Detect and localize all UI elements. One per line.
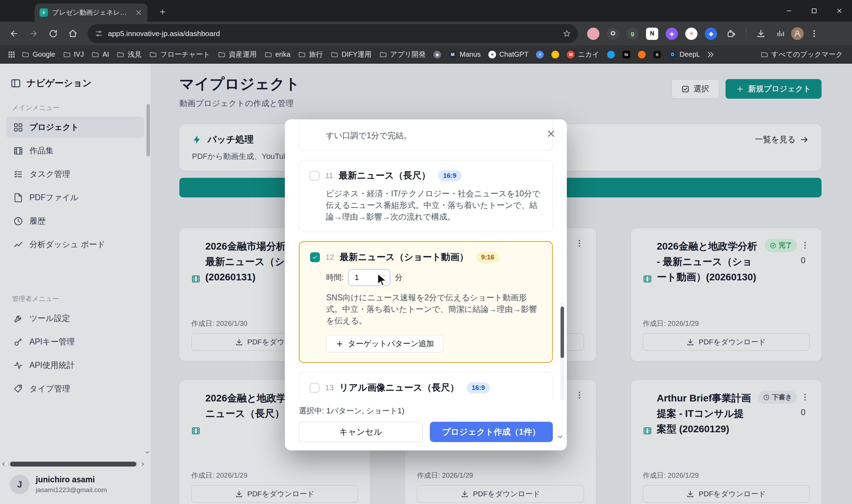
modal-close-button[interactable] [546,128,556,139]
pattern-title: 最新ニュース（長尺） [339,169,431,182]
bookmark-item[interactable]: 資産運用 [214,48,260,61]
window-maximize-button[interactable] [802,0,827,22]
bookmark-item[interactable]: n [650,49,665,60]
extension-icon[interactable]: O [607,28,619,40]
titlebar: プレゼン動画ジェネレーター [0,0,852,22]
site-favicon: ⌂ [551,51,559,58]
bookmarks-bar: Google IVJ AI 浅見 フローチャート 資産運用 erika 旅行 D… [0,46,852,64]
folder-icon [298,51,306,58]
bookmark-item[interactable]: 旅行 [295,48,327,61]
duration-input[interactable]: 1 [349,270,390,286]
home-button[interactable] [64,24,82,43]
bookmark-item[interactable]: tv [619,49,634,60]
folder-icon [117,51,124,58]
pattern-item-10-partial[interactable]: すい口調で1分で完結。 [299,119,553,151]
bookmark-star-icon[interactable] [563,29,571,38]
bookmark-label: IVJ [74,50,84,58]
page: ナビゲーション メインメニュープロジェクト作品集タスク管理PDFファイル履歴分析… [0,64,852,504]
extension-icons: OgN◈✳◆ [587,28,717,40]
bookmark-item[interactable]: IVJ [60,49,88,60]
extension-icon[interactable]: ◆ [705,28,717,40]
extensions-puzzle-icon[interactable] [722,24,740,43]
extension-icon[interactable]: g [626,28,639,40]
new-tab-button[interactable] [156,6,169,18]
back-button[interactable] [5,24,23,43]
pattern-item-13[interactable]: 13 リアル画像ニュース（長尺） 16:9 [299,372,553,400]
pattern-checkbox[interactable] [310,383,320,393]
bookmark-item[interactable]: アプリ開発 [376,48,429,61]
duration-unit: 分 [395,272,403,283]
bookmark-item[interactable]: erika [261,49,294,60]
tab-close-icon[interactable] [135,9,143,16]
modal-scroll-down-icon[interactable] [556,433,564,441]
site-favicon: tv [623,51,630,58]
bookmark-label: ChatGPT [499,50,528,58]
address-bar[interactable]: app5.innovative-jp.asia/dashboard [88,24,578,43]
duration-value[interactable]: 1 [349,273,382,282]
site-favicon: M [567,51,575,58]
bookmark-item[interactable]: M ニカイ [563,48,603,61]
extension-icon[interactable]: ◈ [666,28,678,40]
bookmark-item[interactable]: 浅見 [113,48,145,61]
stepper-down-icon[interactable] [382,278,387,282]
stepper-up-icon[interactable] [382,273,387,278]
bookmark-item[interactable]: ◉ [430,49,445,60]
bookmark-item[interactable]: フローチャート [146,48,213,61]
pattern-checkbox[interactable] [310,171,320,181]
bookmark-item[interactable]: M Manus [445,49,484,60]
folder-icon [218,51,226,58]
extension-icon[interactable]: N [646,28,658,40]
menu-kebab-icon[interactable] [805,24,823,43]
window-close-button[interactable] [827,0,852,22]
bookmark-item[interactable]: ✳ ChatGPT [485,49,532,60]
extension-icon[interactable] [587,28,599,40]
site-settings-icon[interactable] [95,29,103,38]
folder-icon [379,51,387,58]
folder-icon [761,51,768,58]
cancel-button[interactable]: キャンセル [299,422,423,442]
media-controls-icon[interactable] [771,24,790,43]
bookmark-item[interactable]: DIFY運用 [327,48,375,61]
bookmark-label: Google [33,50,55,58]
pattern-description: ビジネス・経済・IT/テクノロジー・社会ニュースを10分で伝えるニュース番組形式… [326,188,542,223]
bookmark-item[interactable]: ✦ [532,49,547,60]
bookmark-item[interactable] [634,49,649,60]
selection-summary: 選択中: 1パターン, ショート1) [299,406,553,416]
site-favicon: ✦ [536,51,544,58]
all-bookmarks-label: すべてのブックマーク [771,50,843,59]
profile-avatar[interactable] [791,27,804,40]
pattern-checkbox-checked[interactable] [310,252,320,262]
forward-button[interactable] [25,24,43,43]
modal-scrollbar-thumb[interactable] [561,307,564,358]
url-text[interactable]: app5.innovative-jp.asia/dashboard [108,29,558,38]
extension-icon[interactable]: ✳ [685,28,698,40]
all-bookmarks-button[interactable]: すべてのブックマーク [757,48,846,61]
browser-tab[interactable]: プレゼン動画ジェネレーター [35,4,147,22]
bookmark-item[interactable]: D DeepL [665,49,704,60]
bookmark-item[interactable] [604,49,618,60]
tab-favicon [40,8,48,17]
tab-title: プレゼン動画ジェネレーター [52,8,131,17]
bookmark-label: erika [275,50,290,58]
bookmarks-list: Google IVJ AI 浅見 フローチャート 資産運用 erika 旅行 D… [18,48,704,61]
window-minimize-button[interactable] [776,0,802,22]
pattern-partial-text: すい口調で1分で完結。 [326,130,542,141]
pattern-title: 最新ニュース（ショート動画） [339,251,468,263]
toolbar-divider [746,28,746,39]
downloads-icon[interactable] [752,24,770,43]
window-controls [776,0,852,22]
folder-icon [149,51,157,58]
create-project-button[interactable]: プロジェクト作成（1件） [430,422,553,442]
duration-stepper[interactable] [382,273,390,282]
add-target-pattern-button[interactable]: ターゲットパターン追加 [326,335,444,352]
bookmark-item[interactable]: Google [18,49,59,60]
bookmark-item[interactable]: AI [88,49,112,60]
apps-grid-icon[interactable] [6,49,18,61]
bookmark-item[interactable]: ⌂ [548,49,563,60]
pattern-item-11[interactable]: 11 最新ニュース（長尺） 16:9 ビジネス・経済・IT/テクノロジー・社会ニ… [299,160,553,232]
pattern-item-12[interactable]: 12 最新ニュース（ショート動画） 9:16 時間: 1 [299,241,553,363]
bookmarks-overflow-icon[interactable] [706,50,715,59]
reload-button[interactable] [44,24,62,43]
pattern-title: リアル画像ニュース（長尺） [339,382,459,394]
folder-icon [22,51,29,58]
